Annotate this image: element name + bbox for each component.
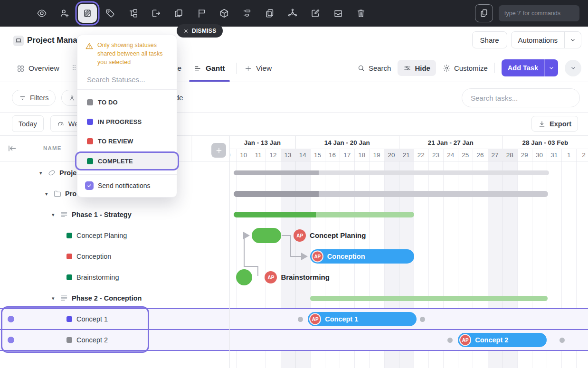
task-bar[interactable]: APConception (310, 249, 415, 264)
task-status-icon[interactable] (66, 254, 72, 259)
day-header-cell[interactable]: 20 (384, 149, 399, 161)
toolbar-hierarchy-button[interactable] (123, 4, 142, 23)
day-header-cell[interactable]: 12 (266, 149, 280, 161)
day-header-cell[interactable]: 16 (325, 149, 340, 161)
summary-bar[interactable] (234, 212, 414, 217)
status-option-in-progress[interactable]: IN PROGRESS (77, 112, 177, 132)
send-notifications-option[interactable]: Send notifications (77, 177, 177, 197)
tree-row-phase-2-conception[interactable]: ▾Phase 2 - Conception (0, 288, 191, 309)
toolbar-eye-button[interactable] (32, 4, 51, 23)
search-button[interactable]: Search (357, 64, 391, 72)
assignee-avatar[interactable]: AP (265, 271, 277, 283)
toolbar-duplicate-button[interactable] (169, 4, 188, 23)
dependency-handle-dot[interactable] (560, 338, 565, 343)
tab-gantt[interactable]: Gantt (194, 63, 225, 74)
day-header-cell[interactable]: 25 (458, 149, 473, 161)
chevron-down-icon[interactable] (565, 36, 581, 44)
customize-button[interactable]: Customize (443, 64, 488, 72)
toolbar-person-add-button[interactable] (55, 4, 74, 23)
day-header-cell[interactable]: 31 (547, 149, 561, 161)
toolbar-subtasks-button[interactable] (237, 4, 256, 23)
day-header-cell[interactable]: 19 (369, 149, 384, 161)
day-header-cell[interactable]: 27 (488, 149, 503, 161)
toolbar-status-button[interactable] (78, 4, 97, 23)
tree-row-phase-1-strategy[interactable]: ▾Phase 1 - Strategy (0, 204, 191, 225)
toolbar-flag-button[interactable] (192, 4, 211, 23)
automations-button[interactable]: Automations (511, 31, 581, 48)
add-column-button[interactable] (211, 143, 226, 158)
tree-row-conception[interactable]: Conception (0, 246, 191, 267)
summary-bar[interactable] (234, 191, 548, 197)
assignee-avatar[interactable]: AP (312, 251, 323, 263)
dismiss-button[interactable]: DISMISS (177, 24, 223, 38)
task-status-icon[interactable] (66, 274, 72, 280)
clipboard-button[interactable] (475, 4, 493, 22)
tab-overview[interactable]: Overview (17, 63, 59, 74)
day-header-cell[interactable]: 14 (295, 149, 310, 161)
task-bar[interactable]: APConcept 1 (308, 312, 417, 326)
tree-row-brainstorming[interactable]: Brainstorming (0, 267, 191, 288)
add-view-button[interactable]: View (244, 63, 272, 74)
command-input[interactable] (499, 5, 579, 21)
dependency-handle-dot[interactable] (420, 317, 425, 322)
day-header-cell[interactable]: 29 (517, 149, 532, 161)
day-header-cell[interactable]: 1 (561, 149, 576, 161)
group-name-label[interactable]: Phase 2 - Conception (72, 294, 142, 302)
caret-down-icon[interactable]: ▾ (52, 212, 55, 218)
dependency-handle-dot[interactable] (447, 338, 453, 343)
day-header-cell[interactable]: 26 (473, 149, 487, 161)
day-header-cell[interactable]: 11 (251, 149, 266, 161)
group-name-label[interactable]: Pro (65, 190, 76, 198)
milestone-circle[interactable] (236, 269, 252, 285)
share-button[interactable]: Share (472, 31, 507, 48)
toolbar-tag-button[interactable] (101, 4, 120, 23)
status-option-complete[interactable]: COMPLETE (75, 151, 179, 170)
status-option-to-do[interactable]: TO DO (77, 93, 177, 112)
search-statuses-input[interactable]: Search Statuses... (77, 70, 177, 90)
day-header-cell[interactable]: 28 (503, 149, 517, 161)
task-name-label[interactable]: Conception (76, 253, 111, 260)
day-header-cell[interactable]: 21 (399, 149, 414, 161)
toolbar-export-arrow-button[interactable] (146, 4, 165, 23)
today-button[interactable]: Today (12, 115, 44, 132)
export-button[interactable]: Export (531, 116, 578, 132)
summary-bar[interactable] (310, 296, 548, 301)
day-header-cell[interactable]: 10 (236, 149, 251, 161)
assignee-avatar[interactable]: AP (459, 334, 471, 346)
day-header-cell[interactable]: 22 (414, 149, 428, 161)
day-header-cell[interactable]: 17 (340, 149, 354, 161)
day-header-cell[interactable]: 15 (310, 149, 325, 161)
tree-row-concept-planing[interactable]: Concept Planing (0, 225, 191, 246)
add-task-button[interactable]: Add Task (502, 59, 558, 76)
day-header-cell[interactable]: 24 (443, 149, 458, 161)
caret-down-icon[interactable]: ▾ (52, 295, 55, 302)
task-bar[interactable] (252, 228, 281, 243)
toolbar-rename-button[interactable] (306, 4, 325, 23)
day-header-cell[interactable]: 23 (428, 149, 443, 161)
toolbar-share-network-button[interactable] (283, 4, 302, 23)
day-header-cell[interactable]: 2 (576, 149, 588, 161)
task-bar[interactable]: APConcept 2 (458, 333, 547, 347)
hide-button[interactable]: Hide (398, 60, 436, 76)
summary-bar[interactable] (234, 170, 549, 175)
dependency-handle-dot[interactable] (298, 317, 303, 322)
toolbar-copy-docs-button[interactable] (260, 4, 279, 23)
group-name-label[interactable]: Phase 1 - Strategy (72, 211, 132, 218)
checkbox-checked-icon[interactable] (85, 181, 94, 190)
toolbar-trash-button[interactable] (351, 4, 370, 23)
caret-down-icon[interactable]: ▾ (39, 170, 42, 176)
caret-down-icon[interactable]: ▾ (45, 191, 48, 197)
assignee-avatar[interactable]: AP (309, 313, 321, 325)
search-tasks-input[interactable] (462, 88, 580, 107)
chevron-down-icon[interactable] (545, 64, 558, 72)
task-name-label[interactable]: Brainstorming (76, 274, 119, 281)
day-header-cell[interactable]: 13 (281, 149, 295, 161)
status-option-to-review[interactable]: TO REVIEW (77, 132, 177, 151)
filters-button[interactable]: Filters (12, 90, 56, 106)
day-header-cell[interactable]: 30 (532, 149, 547, 161)
task-name-label[interactable]: Concept Planing (76, 232, 127, 239)
day-header-cell[interactable]: 18 (354, 149, 369, 161)
assignee-avatar[interactable]: AP (294, 229, 306, 242)
toolbar-cube-button[interactable] (215, 4, 234, 23)
collapse-header-button[interactable] (565, 60, 581, 76)
